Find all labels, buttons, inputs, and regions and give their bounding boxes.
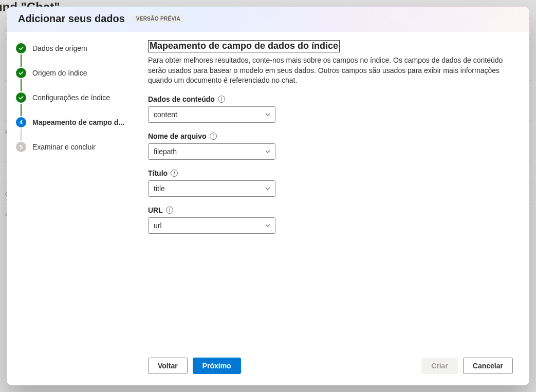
content-panel: Mapeamento de campo de dados do índice P… <box>132 32 529 385</box>
step-label: Origem do índice <box>32 69 87 77</box>
step-connector <box>16 55 26 66</box>
cancel-button[interactable]: Cancelar <box>463 358 513 374</box>
select-value: content <box>154 110 177 119</box>
step-label: Mapeamento de campo d... <box>32 118 124 126</box>
preview-badge: VERSÃO PRÉVIA <box>132 15 184 23</box>
content-data-select[interactable]: content <box>148 106 275 123</box>
field-label-text: URL <box>148 206 163 214</box>
create-button: Criar <box>421 358 458 374</box>
page-description: Para obter melhores resultados, conte-no… <box>148 55 513 86</box>
info-icon[interactable]: i <box>171 170 178 177</box>
filename-select[interactable]: filepath <box>148 143 275 160</box>
info-icon[interactable]: i <box>166 207 173 214</box>
page-heading: Mapeamento de campo de dados do índice <box>148 40 340 52</box>
wizard-stepper: Dados de origem Origem do índice Configu… <box>7 32 132 385</box>
check-icon <box>16 68 26 78</box>
field-content-data: Dados de conteúdo i content <box>148 95 513 123</box>
title-select[interactable]: title <box>148 180 275 197</box>
step-label: Configurações de índice <box>32 94 110 102</box>
chevron-down-icon <box>265 148 271 155</box>
select-value: filepath <box>154 147 177 156</box>
check-icon <box>16 92 26 103</box>
step-number-icon: 5 <box>16 142 26 152</box>
chevron-down-icon <box>265 111 271 118</box>
step-connector <box>16 105 26 115</box>
dialog-title: Adicionar seus dados <box>18 13 125 25</box>
step-connector <box>16 80 26 90</box>
field-label-text: Título <box>148 169 168 177</box>
check-icon <box>16 43 26 53</box>
back-button[interactable]: Voltar <box>148 358 188 374</box>
step-label: Examinar e concluir <box>32 143 96 151</box>
dialog-header: Adicionar seus dados VERSÃO PRÉVIA <box>7 7 529 32</box>
chevron-down-icon <box>265 222 271 229</box>
dialog-body: Dados de origem Origem do índice Configu… <box>7 32 529 385</box>
info-icon[interactable]: i <box>218 96 225 103</box>
field-filename: Nome de arquivo i filepath <box>148 132 513 160</box>
step-number-icon: 4 <box>16 117 26 127</box>
step-index-source[interactable]: Origem do índice <box>16 66 125 80</box>
url-select[interactable]: url <box>148 217 275 234</box>
chevron-down-icon <box>265 185 271 192</box>
dialog-footer: Voltar Próximo Criar Cancelar <box>148 350 513 379</box>
step-data-source[interactable]: Dados de origem <box>16 41 125 55</box>
field-url: URL i url <box>148 206 513 234</box>
step-review[interactable]: 5 Examinar e concluir <box>16 140 125 154</box>
select-value: title <box>154 184 165 193</box>
step-connector <box>16 129 26 140</box>
select-value: url <box>154 221 162 230</box>
step-index-config[interactable]: Configurações de índice <box>16 90 125 105</box>
field-label-text: Nome de arquivo <box>148 132 207 140</box>
next-button[interactable]: Próximo <box>193 358 241 374</box>
add-data-dialog: Adicionar seus dados VERSÃO PRÉVIA Dados… <box>7 7 529 385</box>
step-label: Dados de origem <box>32 44 87 52</box>
field-label-text: Dados de conteúdo <box>148 95 215 103</box>
field-title: Título i title <box>148 169 513 197</box>
step-field-mapping[interactable]: 4 Mapeamento de campo d... <box>16 115 125 129</box>
info-icon[interactable]: i <box>210 133 217 140</box>
